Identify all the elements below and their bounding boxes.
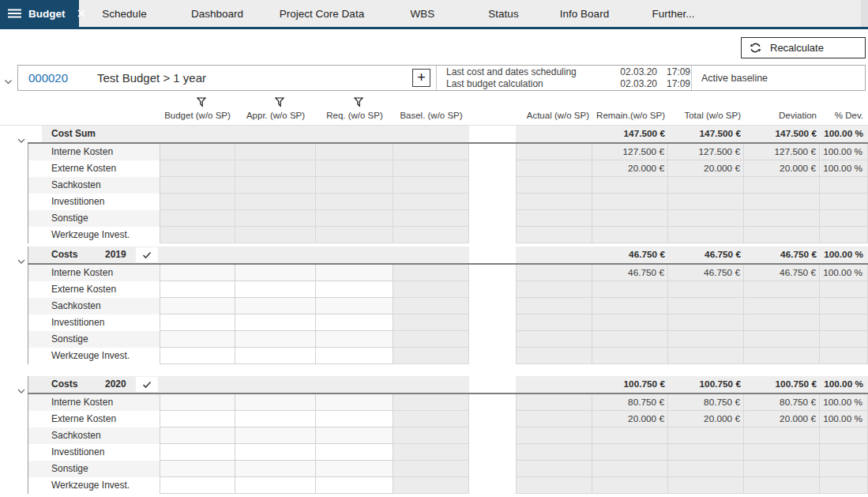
budget-input-cell[interactable]: [235, 348, 316, 364]
tab-dashboard[interactable]: Dashboard: [170, 0, 265, 27]
value-cell: [668, 194, 744, 210]
budget-input-cell[interactable]: [160, 394, 235, 411]
project-title[interactable]: Test Budget > 1 year: [97, 71, 412, 85]
budget-input-cell[interactable]: [316, 331, 393, 348]
column-header: Basel. (w/o SP): [393, 111, 469, 120]
row-label: Sachkosten: [28, 177, 160, 194]
value-cell: [516, 444, 592, 461]
tab-budget-active[interactable]: Budget: [0, 0, 79, 27]
table-row: Investitionen: [0, 444, 868, 461]
value-cell: [516, 331, 592, 348]
budget-input-cell[interactable]: [160, 331, 235, 348]
value-cell: [744, 227, 820, 243]
tab-further[interactable]: Further...: [628, 0, 719, 27]
budget-input-cell[interactable]: [235, 477, 316, 494]
year-field[interactable]: 2019: [105, 247, 126, 263]
budget-input-cell[interactable]: [160, 444, 235, 461]
value-cell: [516, 227, 592, 243]
budget-input-cell[interactable]: [235, 314, 316, 331]
section-spacer: [0, 364, 868, 376]
filter-icon[interactable]: [274, 96, 285, 111]
budget-input-cell[interactable]: [316, 298, 393, 314]
budget-input-cell[interactable]: [235, 461, 316, 477]
recalculate-label: Recalculate: [770, 42, 824, 54]
approved-checkbox[interactable]: [136, 377, 158, 392]
tab-strip: ScheduleDashboardProject Core DataWBSSta…: [79, 0, 719, 27]
budget-input-cell[interactable]: [235, 265, 316, 281]
value-cell: [820, 194, 868, 210]
group-title: Costs: [51, 247, 77, 263]
column-header: Actual (w/o SP): [516, 111, 592, 120]
value-cell: [516, 348, 592, 364]
budget-input-cell[interactable]: [235, 444, 316, 461]
row-label: Sachkosten: [28, 298, 160, 314]
row-label: Investitionen: [28, 194, 160, 210]
budget-input-cell[interactable]: [235, 394, 316, 411]
last-scheduling-row: Last cost and dates scheduling 02.03.20 …: [446, 66, 691, 78]
budget-input-cell[interactable]: [160, 298, 235, 314]
budget-input-cell[interactable]: [316, 348, 393, 364]
value-cell: [744, 298, 820, 314]
add-button[interactable]: +: [412, 69, 430, 87]
value-cell: [668, 227, 744, 243]
budget-input-cell[interactable]: [235, 298, 316, 314]
value-cell: [668, 314, 744, 331]
tab-project-core-data[interactable]: Project Core Data: [265, 0, 379, 27]
project-chevron-down-icon[interactable]: [4, 73, 13, 88]
row-label: Sonstige: [28, 331, 160, 348]
budget-input-cell[interactable]: [160, 477, 235, 494]
budget-input-cell[interactable]: [235, 331, 316, 348]
budget-input-cell[interactable]: [316, 314, 393, 331]
budget-input-cell[interactable]: [160, 281, 235, 298]
budget-input-cell[interactable]: [316, 411, 393, 427]
tab-schedule[interactable]: Schedule: [79, 0, 170, 27]
value-cell: [516, 144, 592, 160]
budget-input-cell[interactable]: [316, 444, 393, 461]
readonly-cell: [393, 348, 469, 364]
value-cell: [744, 194, 820, 210]
value-cell: 20.000 €: [668, 160, 744, 177]
budget-input-cell[interactable]: [160, 314, 235, 331]
value-cell: 127.500 €: [668, 144, 744, 160]
value-cell: [516, 477, 592, 494]
value-cell: [820, 331, 868, 348]
readonly-cell: [160, 210, 235, 227]
budget-input-cell[interactable]: [235, 411, 316, 427]
filter-icon[interactable]: [196, 96, 207, 111]
group-total-value: 147.500 €: [592, 126, 668, 142]
column-header: Deviation: [744, 111, 820, 120]
value-cell: [592, 331, 668, 348]
value-cell: [668, 477, 744, 494]
budget-input-cell[interactable]: [160, 427, 235, 444]
hamburger-menu-icon[interactable]: [8, 9, 21, 18]
budget-input-cell[interactable]: [316, 394, 393, 411]
budget-input-cell[interactable]: [160, 461, 235, 477]
budget-input-cell[interactable]: [316, 427, 393, 444]
budget-input-cell[interactable]: [316, 477, 393, 494]
value-cell: [592, 314, 668, 331]
filter-icon[interactable]: [353, 96, 364, 111]
budget-input-cell[interactable]: [235, 281, 316, 298]
year-field[interactable]: 2020: [105, 376, 126, 393]
value-cell: 127.500 €: [592, 144, 668, 160]
approved-checkbox[interactable]: [136, 247, 158, 262]
tab-wbs[interactable]: WBS: [379, 0, 466, 27]
budget-input-cell[interactable]: [235, 427, 316, 444]
readonly-cell: [393, 144, 469, 160]
table-row: Sachkosten: [0, 298, 868, 314]
budget-input-cell[interactable]: [316, 265, 393, 281]
budget-input-cell[interactable]: [316, 461, 393, 477]
last-scheduling-time: 17:09: [657, 66, 690, 78]
value-cell: [744, 281, 820, 298]
budget-input-cell[interactable]: [316, 281, 393, 298]
tab-status[interactable]: Status: [466, 0, 541, 27]
group-row: Costs2020100.750 €100.750 €100.750 €100.…: [0, 376, 868, 394]
recalculate-button[interactable]: Recalculate: [741, 37, 866, 58]
budget-input-cell[interactable]: [160, 411, 235, 427]
budget-input-cell[interactable]: [160, 265, 235, 281]
readonly-cell: [160, 160, 235, 177]
project-id[interactable]: 000020: [18, 71, 97, 85]
budget-input-cell[interactable]: [160, 348, 235, 364]
tab-info-board[interactable]: Info Board: [541, 0, 628, 27]
value-cell: [592, 348, 668, 364]
